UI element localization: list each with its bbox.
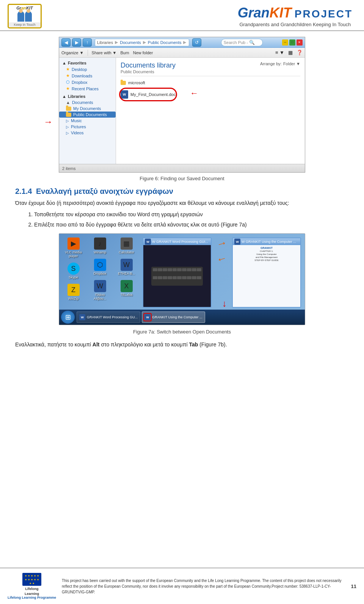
lib-arrange[interactable]: Arrange by: Folder ▼ xyxy=(260,61,300,66)
expand-icon: ▲ xyxy=(62,61,66,65)
key-19 xyxy=(192,276,196,279)
win-address-bar[interactable]: Libraries ▶ Documents ▶ Public Documents… xyxy=(95,39,189,46)
desktop-icons-col: ▶ VLC media player S Skype Z WinZip xyxy=(63,238,84,300)
key-15 xyxy=(173,276,177,279)
libraries-header: ▲ Libraries xyxy=(59,93,116,99)
win-statusbar: 2 items xyxy=(59,164,305,172)
doc-file-label: My_First_Document.doc xyxy=(130,92,176,97)
owt-title-1: W GRANKIT Word Processing GUI... xyxy=(152,240,208,244)
learning-label: Learning xyxy=(25,592,39,596)
help-icon[interactable]: ❓ xyxy=(297,50,303,55)
doc-file-item[interactable]: W My_First_Document.doc xyxy=(121,89,176,100)
win-search-box[interactable]: Search Pub - 🔍 xyxy=(221,39,263,46)
dropbox-label: Dropbox xyxy=(93,272,106,275)
win-titlebar: ◀ ▶ ↑ Libraries ▶ Documents ▶ Public Doc… xyxy=(59,37,305,48)
addr-sep-2: ▶ xyxy=(143,40,146,45)
winzip-icon-img: Z xyxy=(67,284,80,296)
owt-body-2: GRANKIT CHAPTER 1: Using the Computer an… xyxy=(233,245,300,307)
sidebar-recent-places[interactable]: ★ Recent Places xyxy=(59,85,116,92)
keyboard-img xyxy=(151,267,203,286)
win-close-btn[interactable]: ✕ xyxy=(297,39,303,46)
page-footer: ★ ★ ★ ★ ★ ★ ★ ★ ★ ★ ★ ★ Lifelong Learnin… xyxy=(0,568,364,604)
owt-titlebar-2: W W GRANKIT Using the Computer ... xyxy=(233,238,300,245)
eu-star-4: ★ xyxy=(34,574,36,577)
desktop-label: Desktop xyxy=(72,67,87,72)
arrange-value[interactable]: Folder ▼ xyxy=(283,61,300,66)
search-text: Search Pub - xyxy=(224,40,248,45)
key-14 xyxy=(168,276,172,279)
new-folder-btn[interactable]: New folder xyxy=(133,50,153,55)
win-back-btn[interactable]: ◀ xyxy=(61,38,71,47)
toolbar-sep-1 xyxy=(88,50,88,56)
eu-star-9: ★ xyxy=(34,578,36,581)
window-thumb-2: W W GRANKIT Using the Computer ... GRANK… xyxy=(232,238,301,308)
taskbar-item-2[interactable]: W GRANKIT Using the Computer ... xyxy=(142,311,205,323)
plano-icon-img: W xyxy=(94,280,106,292)
programme-label: Lifelong Learning Programme xyxy=(8,596,56,599)
win-minimize-btn[interactable]: ─ xyxy=(282,39,288,46)
sidebar-videos[interactable]: ▷ Videos xyxy=(59,130,116,136)
tb-word-icon-1: W xyxy=(79,314,85,320)
my-documents-label: My Documents xyxy=(73,106,101,111)
alt-prefix: Εναλλακτικά, πατήστε το κουμπί xyxy=(15,341,93,348)
alt-key-bold: Alt xyxy=(93,341,100,348)
start-button[interactable]: ⊞ xyxy=(61,311,75,324)
grankit-logo: GranKIT Keep in Touch xyxy=(8,4,42,28)
preview-pane-icon[interactable]: ▦ xyxy=(288,50,293,55)
logo-top-text: GranKIT xyxy=(16,6,33,10)
sidebar-pictures[interactable]: ▷ Pictures xyxy=(59,124,116,130)
owt-titlebar-1: W W GRANKIT Word Processing GUI... xyxy=(143,238,211,245)
win-maximize-btn[interactable]: □ xyxy=(289,39,295,46)
logo-figures xyxy=(17,11,32,22)
main-content: ◀ ▶ ↑ Libraries ▶ Documents ▶ Public Doc… xyxy=(0,31,364,359)
downloads-label: Downloads xyxy=(72,74,92,78)
addr-libraries: Libraries xyxy=(97,40,113,45)
key-17 xyxy=(182,276,187,279)
key-10 xyxy=(197,268,201,271)
search-icon: 🔍 xyxy=(249,40,255,45)
sidebar-desktop[interactable]: ★ Desktop xyxy=(59,66,116,72)
win-main-area: Documents library Public Documents Arran… xyxy=(116,58,305,164)
share-with-btn[interactable]: Share with ▼ xyxy=(92,50,117,55)
organize-btn[interactable]: Organize ▼ xyxy=(61,50,84,55)
winamp-icon-img: ♪ xyxy=(94,238,106,250)
key-5 xyxy=(173,268,177,271)
lib-title: Documents library xyxy=(121,61,176,69)
alt-paragraph: Εναλλακτικά, πατήστε το κουμπί Alt στο π… xyxy=(15,340,349,349)
view-icons[interactable]: ≡ ▼ xyxy=(275,50,284,55)
sidebar-public-documents[interactable]: Public Documents xyxy=(59,112,116,118)
calc-icon-img: ▦ xyxy=(121,238,133,250)
burn-btn[interactable]: Burn xyxy=(121,50,129,55)
win-up-btn[interactable]: ↑ xyxy=(83,38,92,47)
sidebar-my-documents[interactable]: My Documents xyxy=(59,105,116,112)
eu-star-8: ★ xyxy=(31,578,33,581)
win-refresh-btn[interactable]: ↺ xyxy=(192,38,201,47)
owt-title-2: W GRANKIT Using the Computer ... xyxy=(242,240,296,244)
lib-docs-icon: ▲ xyxy=(66,100,70,105)
sidebar-music[interactable]: ▷ Music xyxy=(59,118,116,124)
favorites-label: Favorites xyxy=(68,61,86,65)
taskbar-item-1[interactable]: W GRANKIT Word Processing GU... xyxy=(77,311,140,323)
key-18 xyxy=(187,276,191,279)
taskbar-red-arrow: ↓ xyxy=(222,298,227,309)
calc-label: Calculator xyxy=(119,250,134,254)
sidebar-dropbox[interactable]: ⬡ Dropbox xyxy=(59,79,116,85)
doc-file-row[interactable]: W My_First_Document.doc ← xyxy=(121,89,176,100)
win-forward-btn[interactable]: ▶ xyxy=(72,38,81,47)
sidebar-downloads[interactable]: ★ Downloads xyxy=(59,72,116,79)
taskbar-items: W GRANKIT Word Processing GU... W GRANKI… xyxy=(77,311,303,323)
videos-icon: ▷ xyxy=(66,131,69,135)
eu-star-12: ★ xyxy=(32,582,35,585)
skype-label: Skype xyxy=(69,275,78,279)
taskbar-screenshot: ▶ VLC media player S Skype Z WinZip xyxy=(59,233,305,325)
sidebar-lib-documents[interactable]: ▲ Documents xyxy=(59,99,116,105)
eu-star-1: ★ xyxy=(25,574,27,577)
owt-body-1 xyxy=(143,245,211,307)
file-folder-microsoft[interactable]: microsoft xyxy=(121,79,300,86)
status-text: 2 items xyxy=(62,166,75,171)
key-4 xyxy=(168,268,172,271)
step-2: Επιλέξτε ποιο από τα δύο έγγραφα θέλετε … xyxy=(34,220,349,229)
addr-sep-1: ▶ xyxy=(115,40,118,45)
dropbox-icon: ⬡ Dropbox xyxy=(89,259,110,275)
section-title: Εναλλαγή μεταξύ ανοιχτών εγγράφων xyxy=(36,187,173,195)
